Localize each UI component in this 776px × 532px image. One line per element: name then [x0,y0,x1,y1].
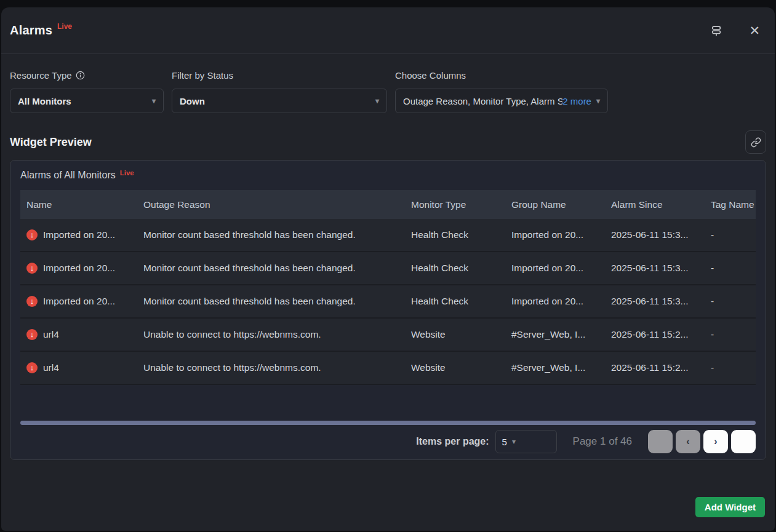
choose-columns-select[interactable]: Outage Reason, Monitor Type, Alarm Si...… [395,89,608,113]
monitor-type-cell: Health Check [405,229,505,240]
sliders-icon [710,24,723,38]
group-name-cell: #Server_Web, I... [505,362,605,373]
col-header-name: Name [20,199,137,210]
name-cell: ↓ url4 [20,329,137,340]
resource-type-value: All Monitors [18,96,147,106]
tag-name-cell: - [705,263,756,274]
choose-columns-value: Outage Reason, Monitor Type, Alarm Si... [403,96,562,106]
table-row[interactable]: ↓ Imported on 20... Monitor count based … [20,252,756,285]
widget-preview-title: Widget Preview [10,136,92,149]
name-cell: ↓ Imported on 20... [20,263,137,274]
monitor-name: Imported on 20... [43,263,115,274]
name-cell: ↓ Imported on 20... [20,296,137,307]
panel-title-row: Alarms of All Monitors Live [20,161,756,190]
widget-preview-panel: Alarms of All Monitors Live Name Outage … [10,160,766,460]
widget-settings-button[interactable] [708,23,724,39]
alarm-since-cell: 2025-06-11 15:3... [605,296,705,307]
choose-columns-label: Choose Columns [395,70,608,81]
alarm-since-cell: 2025-06-11 15:2... [605,329,705,340]
name-cell: ↓ Imported on 20... [20,229,137,240]
panel-live-badge: Live [120,169,134,177]
outage-reason-cell: Monitor count based threshold has been c… [137,296,405,307]
outage-reason-cell: Unable to connect to https://webnms.com. [137,329,405,340]
resource-type-select[interactable]: All Monitors ▾ [10,89,164,113]
pager-buttons: ‹ › [648,430,756,453]
chevron-left-icon: ‹ [686,436,689,447]
col-header-group-name: Group Name [505,199,605,210]
last-page-button[interactable] [731,430,756,453]
group-name-cell: #Server_Web, I... [505,329,605,340]
monitor-name: Imported on 20... [43,229,115,240]
alarm-since-cell: 2025-06-11 15:3... [605,229,705,240]
outage-reason-cell: Monitor count based threshold has been c… [137,263,405,274]
items-per-page-select[interactable]: 5 ▾ [495,430,557,453]
outage-reason-cell: Monitor count based threshold has been c… [137,229,405,240]
table-header-row: Name Outage Reason Monitor Type Group Na… [20,190,756,219]
resource-type-label: Resource Type [10,70,164,81]
columns-more-link[interactable]: 2 more [562,96,591,106]
alarms-table: Name Outage Reason Monitor Type Group Na… [20,190,756,385]
title-wrap: Alarms Live [10,23,72,38]
monitor-name: url4 [43,329,59,340]
table-row[interactable]: ↓ url4 Unable to connect to https://webn… [20,352,756,385]
table-row[interactable]: ↓ Imported on 20... Monitor count based … [20,219,756,252]
filter-by-status-label: Filter by Status [172,70,387,81]
col-header-monitor-type: Monitor Type [405,199,505,210]
chevron-down-icon: ▾ [512,437,516,446]
dialog-header: Alarms Live ✕ [1,7,775,54]
table-row[interactable]: ↓ Imported on 20... Monitor count based … [20,285,756,319]
down-status-icon: ↓ [26,296,38,307]
dialog-footer: Add Widget [1,491,775,531]
resource-type-group: Resource Type All Monitors ▾ [10,70,164,113]
add-widget-button[interactable]: Add Widget [695,497,765,517]
dialog-body: Resource Type All Monitors ▾ Filter b [1,54,775,491]
close-button[interactable]: ✕ [748,23,761,38]
choose-columns-value-wrap: Outage Reason, Monitor Type, Alarm Si...… [403,96,591,106]
resource-type-label-text: Resource Type [10,70,72,81]
down-status-icon: ↓ [26,362,38,373]
group-name-cell: Imported on 20... [505,296,605,307]
info-icon[interactable] [76,71,85,80]
next-page-button[interactable]: › [703,430,728,453]
monitor-type-cell: Website [405,362,505,373]
copy-link-button[interactable] [745,130,766,154]
link-icon [751,137,761,148]
alarm-since-cell: 2025-06-11 15:2... [605,362,705,373]
table-empty-space [20,385,756,421]
monitor-name: Imported on 20... [43,296,115,307]
filter-by-status-group: Filter by Status Down ▾ [172,70,387,113]
first-page-button[interactable] [648,430,673,453]
alarm-since-cell: 2025-06-11 15:3... [605,263,705,274]
group-name-cell: Imported on 20... [505,229,605,240]
col-header-tag-name: Tag Name [705,199,756,210]
monitor-type-cell: Health Check [405,296,505,307]
tag-name-cell: - [705,229,756,240]
tag-name-cell: - [705,329,756,340]
items-per-page-wrap: Items per page: 5 ▾ [416,430,556,453]
filters-row: Resource Type All Monitors ▾ Filter b [10,70,766,113]
items-per-page-label: Items per page: [416,436,489,447]
tag-name-cell: - [705,362,756,373]
name-cell: ↓ url4 [20,362,137,373]
monitor-type-cell: Website [405,329,505,340]
monitor-type-cell: Health Check [405,263,505,274]
panel-title: Alarms of All Monitors [20,170,116,181]
chevron-down-icon: ▾ [375,97,379,105]
previous-page-button[interactable]: ‹ [676,430,700,453]
page-info: Page 1 of 46 [573,435,632,448]
chevron-down-icon: ▾ [596,97,600,105]
table-row[interactable]: ↓ url4 Unable to connect to https://webn… [20,319,756,352]
col-header-alarm-since: Alarm Since [605,199,705,210]
filter-by-status-select[interactable]: Down ▾ [172,89,387,113]
down-status-icon: ↓ [26,263,38,274]
tag-name-cell: - [705,296,756,307]
add-widget-dialog: Alarms Live ✕ Re [1,7,775,531]
header-actions: ✕ [708,23,761,39]
chevron-right-icon: › [714,436,717,447]
live-badge: Live [57,22,72,31]
monitor-name: url4 [43,362,59,373]
down-status-icon: ↓ [26,329,38,340]
down-status-icon: ↓ [26,229,38,240]
preview-header: Widget Preview [10,130,766,154]
horizontal-scrollbar[interactable] [20,421,756,425]
